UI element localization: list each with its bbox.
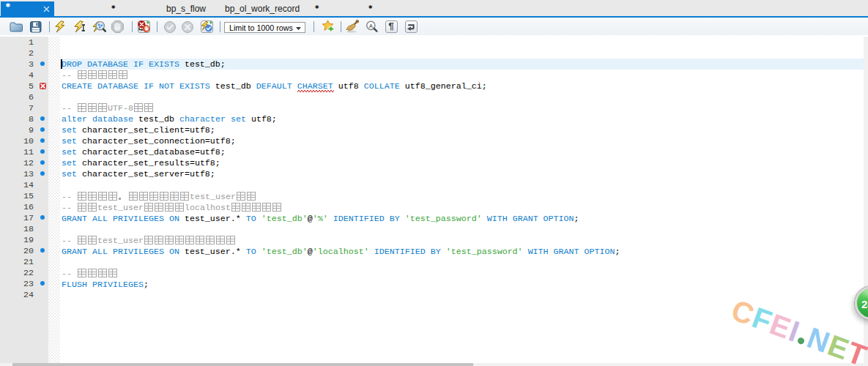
svg-text:A: A bbox=[368, 23, 373, 29]
